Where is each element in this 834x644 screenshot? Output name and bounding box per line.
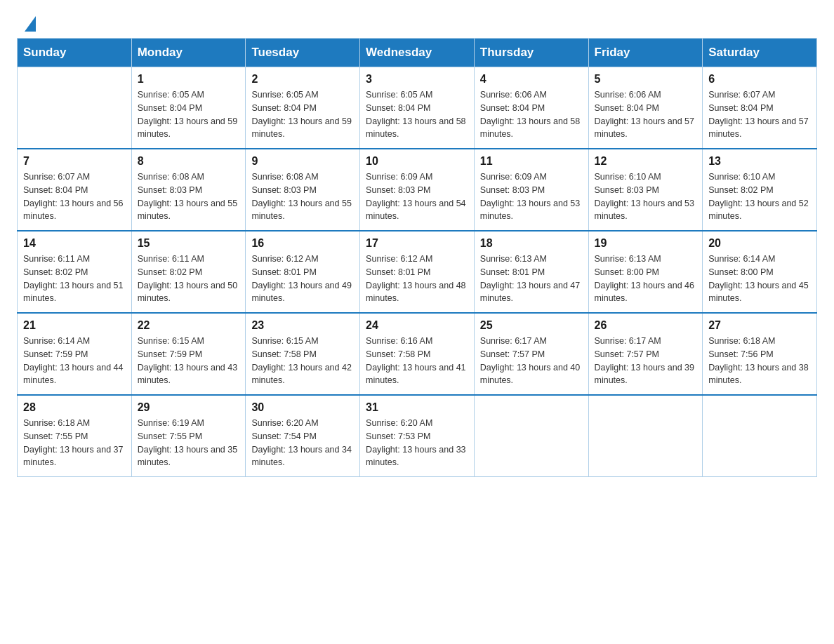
day-cell: 31Sunrise: 6:20 AMSunset: 7:53 PMDayligh…	[360, 395, 475, 477]
header-cell-saturday: Saturday	[703, 39, 817, 67]
day-number: 14	[23, 237, 126, 250]
day-number: 13	[708, 155, 811, 168]
day-number: 31	[366, 401, 468, 414]
day-cell: 22Sunrise: 6:15 AMSunset: 7:59 PMDayligh…	[131, 313, 246, 395]
day-info: Sunrise: 6:10 AMSunset: 8:03 PMDaylight:…	[595, 170, 697, 223]
day-number: 15	[138, 237, 240, 250]
day-number: 17	[366, 237, 468, 250]
week-row-4: 21Sunrise: 6:14 AMSunset: 7:59 PMDayligh…	[18, 313, 817, 395]
logo	[22, 17, 36, 29]
day-info: Sunrise: 6:20 AMSunset: 7:54 PMDaylight:…	[251, 417, 354, 469]
logo-arrow-icon	[25, 16, 36, 32]
day-cell: 25Sunrise: 6:17 AMSunset: 7:57 PMDayligh…	[474, 313, 588, 395]
day-info: Sunrise: 6:11 AMSunset: 8:02 PMDaylight:…	[23, 253, 126, 305]
day-number: 19	[595, 237, 697, 250]
day-info: Sunrise: 6:15 AMSunset: 7:58 PMDaylight:…	[251, 335, 354, 387]
day-number: 20	[708, 237, 811, 250]
day-info: Sunrise: 6:08 AMSunset: 8:03 PMDaylight:…	[251, 170, 354, 223]
day-info: Sunrise: 6:15 AMSunset: 7:59 PMDaylight:…	[138, 335, 240, 387]
week-row-3: 14Sunrise: 6:11 AMSunset: 8:02 PMDayligh…	[18, 231, 817, 313]
day-number: 8	[138, 155, 240, 168]
day-info: Sunrise: 6:13 AMSunset: 8:00 PMDaylight:…	[595, 253, 697, 305]
day-cell: 24Sunrise: 6:16 AMSunset: 7:58 PMDayligh…	[360, 313, 475, 395]
day-number: 2	[251, 73, 354, 86]
day-info: Sunrise: 6:16 AMSunset: 7:58 PMDaylight:…	[366, 335, 468, 387]
day-info: Sunrise: 6:17 AMSunset: 7:57 PMDaylight:…	[595, 335, 697, 387]
day-info: Sunrise: 6:09 AMSunset: 8:03 PMDaylight:…	[480, 170, 583, 223]
day-number: 26	[595, 319, 697, 332]
day-info: Sunrise: 6:12 AMSunset: 8:01 PMDaylight:…	[366, 253, 468, 305]
week-row-2: 7Sunrise: 6:07 AMSunset: 8:04 PMDaylight…	[18, 149, 817, 231]
day-number: 18	[480, 237, 583, 250]
day-cell: 17Sunrise: 6:12 AMSunset: 8:01 PMDayligh…	[360, 231, 475, 313]
day-number: 22	[138, 319, 240, 332]
page-header	[0, 0, 834, 38]
day-cell: 21Sunrise: 6:14 AMSunset: 7:59 PMDayligh…	[18, 313, 132, 395]
day-number: 11	[480, 155, 583, 168]
day-number: 16	[251, 237, 354, 250]
calendar-body: 1Sunrise: 6:05 AMSunset: 8:04 PMDaylight…	[18, 67, 817, 477]
day-cell: 30Sunrise: 6:20 AMSunset: 7:54 PMDayligh…	[246, 395, 360, 477]
day-info: Sunrise: 6:07 AMSunset: 8:04 PMDaylight:…	[23, 170, 126, 223]
day-cell: 3Sunrise: 6:05 AMSunset: 8:04 PMDaylight…	[360, 67, 475, 149]
day-cell: 8Sunrise: 6:08 AMSunset: 8:03 PMDaylight…	[131, 149, 246, 231]
day-number: 6	[708, 73, 811, 86]
day-number: 3	[366, 73, 468, 86]
day-cell: 18Sunrise: 6:13 AMSunset: 8:01 PMDayligh…	[474, 231, 588, 313]
day-cell	[588, 395, 703, 477]
day-info: Sunrise: 6:13 AMSunset: 8:01 PMDaylight:…	[480, 253, 583, 305]
logo-line1	[22, 17, 36, 32]
day-info: Sunrise: 6:09 AMSunset: 8:03 PMDaylight:…	[366, 170, 468, 223]
day-number: 28	[23, 401, 126, 414]
day-cell: 20Sunrise: 6:14 AMSunset: 8:00 PMDayligh…	[703, 231, 817, 313]
day-info: Sunrise: 6:17 AMSunset: 7:57 PMDaylight:…	[480, 335, 583, 387]
day-cell	[703, 395, 817, 477]
day-cell: 11Sunrise: 6:09 AMSunset: 8:03 PMDayligh…	[474, 149, 588, 231]
day-info: Sunrise: 6:07 AMSunset: 8:04 PMDaylight:…	[708, 88, 811, 141]
day-info: Sunrise: 6:11 AMSunset: 8:02 PMDaylight:…	[138, 253, 240, 305]
header-cell-sunday: Sunday	[18, 39, 132, 67]
day-info: Sunrise: 6:14 AMSunset: 7:59 PMDaylight:…	[23, 335, 126, 387]
day-number: 29	[138, 401, 240, 414]
header-cell-thursday: Thursday	[474, 39, 588, 67]
day-info: Sunrise: 6:05 AMSunset: 8:04 PMDaylight:…	[366, 88, 468, 141]
day-cell: 6Sunrise: 6:07 AMSunset: 8:04 PMDaylight…	[703, 67, 817, 149]
day-info: Sunrise: 6:12 AMSunset: 8:01 PMDaylight:…	[251, 253, 354, 305]
day-cell: 13Sunrise: 6:10 AMSunset: 8:02 PMDayligh…	[703, 149, 817, 231]
day-cell	[18, 67, 132, 149]
day-info: Sunrise: 6:06 AMSunset: 8:04 PMDaylight:…	[480, 88, 583, 141]
day-number: 27	[708, 319, 811, 332]
day-info: Sunrise: 6:06 AMSunset: 8:04 PMDaylight:…	[595, 88, 697, 141]
day-info: Sunrise: 6:10 AMSunset: 8:02 PMDaylight:…	[708, 170, 811, 223]
day-number: 1	[138, 73, 240, 86]
day-number: 25	[480, 319, 583, 332]
day-number: 9	[251, 155, 354, 168]
day-cell: 12Sunrise: 6:10 AMSunset: 8:03 PMDayligh…	[588, 149, 703, 231]
calendar-header: SundayMondayTuesdayWednesdayThursdayFrid…	[18, 39, 817, 67]
day-cell: 19Sunrise: 6:13 AMSunset: 8:00 PMDayligh…	[588, 231, 703, 313]
day-number: 12	[595, 155, 697, 168]
day-cell: 7Sunrise: 6:07 AMSunset: 8:04 PMDaylight…	[18, 149, 132, 231]
day-cell: 10Sunrise: 6:09 AMSunset: 8:03 PMDayligh…	[360, 149, 475, 231]
day-number: 23	[251, 319, 354, 332]
day-number: 4	[480, 73, 583, 86]
day-cell: 1Sunrise: 6:05 AMSunset: 8:04 PMDaylight…	[131, 67, 246, 149]
day-info: Sunrise: 6:20 AMSunset: 7:53 PMDaylight:…	[366, 417, 468, 469]
day-cell: 29Sunrise: 6:19 AMSunset: 7:55 PMDayligh…	[131, 395, 246, 477]
day-number: 5	[595, 73, 697, 86]
day-cell: 26Sunrise: 6:17 AMSunset: 7:57 PMDayligh…	[588, 313, 703, 395]
day-cell: 9Sunrise: 6:08 AMSunset: 8:03 PMDaylight…	[246, 149, 360, 231]
header-row: SundayMondayTuesdayWednesdayThursdayFrid…	[18, 39, 817, 67]
header-cell-wednesday: Wednesday	[360, 39, 475, 67]
header-cell-tuesday: Tuesday	[246, 39, 360, 67]
day-cell: 4Sunrise: 6:06 AMSunset: 8:04 PMDaylight…	[474, 67, 588, 149]
header-cell-monday: Monday	[131, 39, 246, 67]
day-number: 21	[23, 319, 126, 332]
calendar-wrapper: SundayMondayTuesdayWednesdayThursdayFrid…	[0, 38, 834, 494]
day-info: Sunrise: 6:05 AMSunset: 8:04 PMDaylight:…	[251, 88, 354, 141]
day-cell	[474, 395, 588, 477]
week-row-1: 1Sunrise: 6:05 AMSunset: 8:04 PMDaylight…	[18, 67, 817, 149]
day-info: Sunrise: 6:08 AMSunset: 8:03 PMDaylight:…	[138, 170, 240, 223]
day-cell: 14Sunrise: 6:11 AMSunset: 8:02 PMDayligh…	[18, 231, 132, 313]
day-cell: 2Sunrise: 6:05 AMSunset: 8:04 PMDaylight…	[246, 67, 360, 149]
